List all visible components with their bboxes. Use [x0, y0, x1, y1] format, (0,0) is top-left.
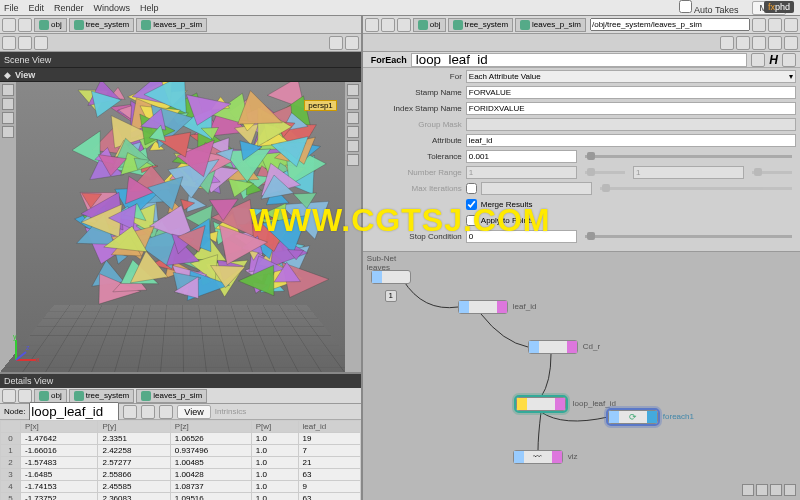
gear-icon[interactable] — [751, 53, 765, 67]
rop2-icon[interactable] — [768, 18, 782, 32]
nr-a — [466, 166, 577, 179]
net2-icon[interactable] — [756, 484, 768, 496]
tol-field[interactable] — [466, 150, 577, 163]
param-name-field[interactable] — [411, 53, 748, 67]
crumb-leaves[interactable]: leaves_p_sim — [136, 18, 207, 32]
rtb1-icon[interactable] — [720, 36, 734, 50]
param-type: ForEach — [371, 55, 407, 65]
back-icon[interactable] — [2, 18, 16, 32]
rtb3-icon[interactable] — [752, 36, 766, 50]
spreadsheet[interactable]: P[x]P[y]P[z]P[w]leaf_id0-1.476422.33511.… — [0, 420, 361, 500]
rcrumb-leaves[interactable]: leaves_p_sim — [515, 18, 586, 32]
node-field[interactable] — [29, 402, 119, 421]
apply-label: Apply to Points — [481, 216, 534, 225]
idx-field[interactable] — [466, 102, 796, 115]
menu-edit[interactable]: Edit — [29, 3, 45, 13]
node-subnet[interactable] — [371, 270, 411, 284]
shade-icon[interactable] — [347, 112, 359, 124]
net3-icon[interactable] — [770, 484, 782, 496]
cam-icon[interactable] — [329, 36, 343, 50]
attr-label: Attribute — [367, 136, 462, 145]
nr-slider1 — [585, 171, 625, 174]
h-button[interactable]: H — [769, 53, 778, 67]
details-title: Details View — [0, 374, 361, 388]
rcrumb-obj[interactable]: obj — [413, 18, 446, 32]
node-viz[interactable]: 〰 — [513, 450, 563, 464]
rfwd-icon[interactable] — [397, 18, 411, 32]
right-path-field[interactable] — [590, 18, 750, 31]
stop-label: Stop Condition — [367, 232, 462, 241]
rtb2-icon[interactable] — [736, 36, 750, 50]
pin2-icon[interactable] — [2, 389, 16, 403]
svg-text:y: y — [13, 333, 17, 341]
light-icon[interactable] — [347, 126, 359, 138]
n2-icon[interactable] — [141, 405, 155, 419]
fwd-icon[interactable] — [18, 18, 32, 32]
auto-takes[interactable]: Auto Takes — [679, 0, 748, 15]
node-input-1[interactable]: 1 — [385, 290, 397, 302]
view-dropdown[interactable]: View — [177, 405, 210, 419]
stop-field[interactable] — [466, 230, 577, 243]
rback-icon[interactable] — [381, 18, 395, 32]
crumb2-tree[interactable]: tree_system — [69, 389, 135, 403]
net1-icon[interactable] — [742, 484, 754, 496]
rtb4-icon[interactable] — [768, 36, 782, 50]
back2-icon[interactable] — [18, 389, 32, 403]
rop3-icon[interactable] — [784, 18, 798, 32]
vis-icon[interactable] — [347, 140, 359, 152]
stamp-field[interactable] — [466, 86, 796, 99]
crumb-tree[interactable]: tree_system — [69, 18, 135, 32]
menu-render[interactable]: Render — [54, 3, 84, 13]
n1-icon[interactable] — [123, 405, 137, 419]
net4-icon[interactable] — [784, 484, 796, 496]
network-view[interactable]: Sub-Net leaves 1 leaf_id Cd_r loop_leaf_… — [363, 252, 800, 500]
view-label[interactable]: View — [15, 70, 35, 80]
folder-icon — [39, 391, 49, 401]
node-loop-leaf-id[interactable] — [516, 397, 566, 411]
rcrumb-tree[interactable]: tree_system — [448, 18, 514, 32]
merge-check[interactable] — [466, 199, 477, 210]
node-cd-r[interactable] — [528, 340, 578, 354]
help2-icon[interactable] — [782, 53, 796, 67]
rtb5-icon[interactable] — [784, 36, 798, 50]
n3-icon[interactable] — [159, 405, 173, 419]
nr-label: Number Range — [367, 168, 462, 177]
tol-slider[interactable] — [585, 155, 792, 158]
help-icon[interactable] — [345, 36, 359, 50]
chevron-down-icon: ▾ — [789, 72, 793, 81]
menu-file[interactable]: File — [4, 3, 19, 13]
svg-text:z: z — [26, 344, 30, 351]
rpin-icon[interactable] — [365, 18, 379, 32]
apply-check[interactable] — [466, 215, 477, 226]
prev-icon[interactable] — [18, 36, 32, 50]
node-foreach1[interactable]: ⟳ — [608, 410, 658, 424]
menu-windows[interactable]: Windows — [94, 3, 131, 13]
rop1-icon[interactable] — [752, 18, 766, 32]
node-leaf-id[interactable] — [458, 300, 508, 314]
attr-field[interactable] — [466, 134, 796, 147]
crumb-obj[interactable]: obj — [34, 18, 67, 32]
for-dropdown[interactable]: Each Attribute Value▾ — [466, 70, 796, 83]
for-label: For — [367, 72, 462, 81]
wire-icon[interactable] — [347, 98, 359, 110]
grid-floor — [0, 305, 361, 372]
node-foreach-label: foreach1 — [663, 412, 694, 421]
next-icon[interactable] — [34, 36, 48, 50]
view-title: Scene View — [0, 52, 361, 68]
pin-icon[interactable] — [2, 36, 16, 50]
maxi-check[interactable] — [466, 183, 477, 194]
vp-right-toolbar — [345, 82, 361, 372]
stop-slider[interactable] — [585, 235, 792, 238]
disp-icon[interactable] — [347, 84, 359, 96]
opt-icon[interactable] — [347, 154, 359, 166]
maxi-field — [481, 182, 592, 195]
intrinsics-label[interactable]: Intrinsics — [215, 407, 247, 416]
eye-icon[interactable]: ◆ — [4, 70, 11, 80]
crumb2-leaves[interactable]: leaves_p_sim — [136, 389, 207, 403]
idx-label: Index Stamp Name — [367, 104, 462, 113]
menu-help[interactable]: Help — [140, 3, 159, 13]
node-cd-label: Cd_r — [583, 342, 600, 351]
merge-label: Merge Results — [481, 200, 533, 209]
crumb2-obj[interactable]: obj — [34, 389, 67, 403]
viewport[interactable]: persp1 x y z — [0, 82, 361, 372]
